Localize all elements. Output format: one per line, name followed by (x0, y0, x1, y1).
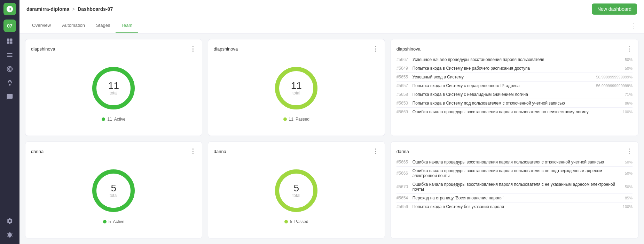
row-pct: 100% (623, 205, 633, 209)
row-id: #5670 (396, 184, 410, 189)
row-id: #5669 (396, 109, 410, 114)
legend-bm: 5 Passed (284, 219, 308, 224)
sidebar: 07 (0, 0, 19, 244)
row-text: Переход на страницу 'Восстановление паро… (413, 196, 622, 200)
donut-tm: 11 total (272, 64, 321, 113)
card-dlapshinova-table: dlapshinova ⋮ #5667 Успешное начало проц… (391, 39, 638, 136)
breadcrumb: daramirra-diploma > Dashboards-07 (26, 6, 113, 12)
table-row: #5654 Переход на страницу 'Восстановлени… (396, 194, 633, 203)
legend-count-tl: 11 (107, 117, 112, 122)
row-id: #5666 (396, 171, 410, 176)
card-dlapshinova-passed: dlapshinova ⋮ 11 total 11 (208, 39, 385, 136)
row-id: #5655 (396, 75, 410, 79)
tab-team[interactable]: Team (116, 18, 138, 33)
card-header-bl: darina ⋮ (31, 147, 196, 155)
card-menu-bm[interactable]: ⋮ (372, 147, 379, 155)
legend-count-bl: 5 (109, 219, 111, 224)
card-menu-tm[interactable]: ⋮ (372, 45, 379, 53)
svg-rect-2 (7, 41, 10, 44)
row-text: Ошибка начала процедуры восстановления п… (413, 160, 622, 165)
legend-dot-bl (103, 220, 107, 223)
row-id: #5658 (396, 92, 410, 97)
row-pct: 56.9999999999999% (596, 75, 633, 79)
row-id: #5654 (396, 196, 410, 200)
row-id: #5656 (396, 204, 410, 209)
row-pct: 86% (625, 101, 633, 105)
card-menu-br[interactable]: ⋮ (626, 147, 633, 155)
row-text: Попытка входа в Систему с неразрешенного… (413, 83, 594, 88)
breadcrumb-separator: > (72, 6, 75, 12)
new-dashboard-button[interactable]: New dashboard (592, 3, 637, 15)
gear-icon[interactable] (3, 229, 16, 241)
row-text: Ошибка начала процедуры восстановления п… (413, 168, 622, 178)
tab-overview[interactable]: Overview (26, 18, 56, 33)
donut-center-bm: 5 total (292, 183, 300, 198)
row-pct: 71% (625, 92, 633, 97)
legend-count-tm: 11 (289, 117, 293, 122)
donut-label-bm: total (292, 193, 300, 198)
table-row: #5670 Ошибка начала процедуры восстановл… (396, 180, 633, 194)
settings-nav-icon[interactable] (3, 215, 16, 227)
card-menu-bl[interactable]: ⋮ (190, 147, 196, 155)
row-pct: 50% (625, 171, 633, 175)
dashboard-icon[interactable] (3, 35, 16, 47)
row-pct: 56.9999999999999% (596, 84, 633, 88)
card-menu-tr[interactable]: ⋮ (626, 45, 633, 53)
card-header-bm: darina ⋮ (214, 147, 379, 155)
row-pct: 50% (625, 185, 633, 189)
legend-tl: 11 Active (102, 117, 125, 122)
tab-automation[interactable]: Automation (56, 18, 91, 33)
card-header-tr: dlapshinova ⋮ (396, 45, 633, 53)
chat-icon[interactable] (3, 91, 16, 103)
chart-area-tm: 11 total 11 Passed (214, 55, 379, 130)
legend-dot-tl (102, 117, 105, 121)
donut-center-tl: 11 total (108, 81, 119, 96)
table-row: #5656 Попытка входа в Систему без указан… (396, 203, 633, 211)
row-pct: 50% (625, 58, 633, 62)
table-row: #5665 Ошибка начала процедуры восстановл… (396, 158, 633, 167)
card-menu-tl[interactable]: ⋮ (190, 45, 196, 53)
row-text: Ошибка начала процедуры восстановления п… (413, 109, 620, 114)
row-text: Попытка входа в Систему с невалидным зна… (413, 92, 622, 97)
row-pct: 85% (625, 196, 633, 200)
svg-rect-0 (7, 39, 10, 41)
legend-bl: 5 Active (103, 219, 124, 224)
card-header-br: darina ⋮ (396, 147, 633, 155)
project-badge[interactable]: 07 (3, 20, 16, 32)
card-darina-passed: darina ⋮ 5 total 5 Passed (208, 142, 385, 238)
donut-center-bl: 5 total (110, 183, 118, 198)
card-title-tr: dlapshinova (396, 46, 421, 52)
list-icon[interactable] (3, 49, 16, 61)
target-icon[interactable] (3, 63, 16, 75)
row-pct: 100% (623, 110, 633, 114)
content-grid: dlapshinova ⋮ 11 total 11 (19, 33, 644, 244)
donut-label-tm: total (291, 91, 302, 96)
table-row: #5666 Ошибка начала процедуры восстановл… (396, 167, 633, 180)
legend-text-tl: Active (114, 117, 126, 122)
legend-tm: 11 Passed (283, 117, 309, 122)
svg-point-6 (9, 68, 10, 69)
legend-text-bl: Active (113, 219, 124, 224)
svg-rect-3 (10, 41, 13, 44)
table-rows-br: #5665 Ошибка начала процедуры восстановл… (396, 158, 633, 232)
row-pct: 50% (625, 160, 633, 164)
tab-stages[interactable]: Stages (91, 18, 116, 33)
donut-center-tm: 11 total (291, 81, 302, 96)
table-row: #5669 Ошибка начала процедуры восстановл… (396, 108, 633, 116)
header: daramirra-diploma > Dashboards-07 New da… (19, 0, 644, 18)
tabs-bar: Overview Automation Stages Team ⋮ (19, 18, 644, 33)
donut-label-tl: total (108, 91, 119, 96)
app-logo[interactable] (3, 3, 16, 15)
row-text: Попытка входа в Систему вне рабочего рас… (413, 66, 622, 71)
tab-list: Overview Automation Stages Team (26, 18, 138, 33)
row-text: Попытка входа в Систему под пользователе… (413, 101, 622, 106)
breadcrumb-page: Dashboards-07 (78, 6, 113, 12)
tabs-more-icon[interactable]: ⋮ (631, 22, 637, 30)
card-title-bm: darina (214, 149, 226, 154)
chart-area-bl: 5 total 5 Active (31, 158, 196, 232)
breadcrumb-project: daramirra-diploma (26, 6, 69, 12)
row-text: Попытка входа в Систему без указания пар… (413, 204, 620, 209)
card-dlapshinova-active: dlapshinova ⋮ 11 total 11 (25, 39, 202, 136)
rocket-icon[interactable] (3, 77, 16, 89)
chart-area-tl: 11 total 11 Active (31, 55, 196, 130)
